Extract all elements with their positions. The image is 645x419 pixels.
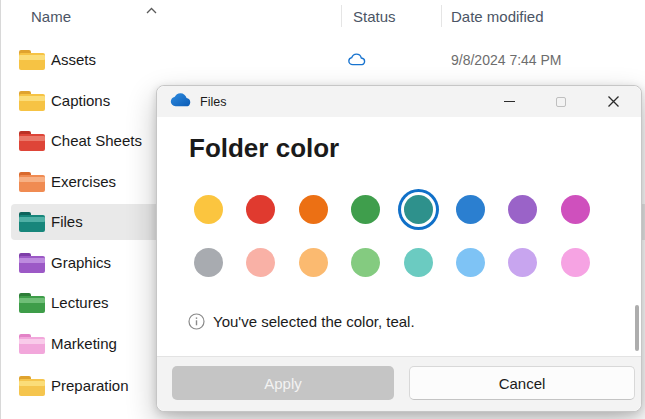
date-modified-value: 9/8/2024 7:44 PM	[451, 52, 562, 68]
color-swatch-light-green[interactable]	[351, 248, 380, 277]
folder-name: Exercises	[51, 173, 116, 190]
maximize-icon	[556, 97, 566, 107]
folder-icon	[19, 212, 45, 232]
color-swatch-blue[interactable]	[456, 195, 485, 224]
folder-color-dialog: Files Folder color You've selected the c…	[156, 85, 642, 412]
maximize-button	[539, 86, 583, 117]
dialog-title: Files	[200, 95, 226, 109]
column-header-name[interactable]: Name	[31, 8, 71, 25]
apply-button[interactable]: Apply	[172, 366, 394, 400]
file-row-assets[interactable]: Assets 9/8/2024 7:44 PM	[1, 40, 645, 81]
color-swatch-red[interactable]	[246, 195, 275, 224]
folder-name: Cheat Sheets	[51, 132, 142, 149]
color-swatch-green[interactable]	[351, 195, 380, 224]
cancel-button[interactable]: Cancel	[409, 366, 635, 400]
folder-icon	[19, 91, 45, 111]
info-icon	[188, 313, 205, 330]
folder-icon	[19, 253, 45, 273]
color-swatch-light-teal[interactable]	[404, 248, 433, 277]
color-swatch-orange[interactable]	[299, 195, 328, 224]
color-swatch-light-blue[interactable]	[456, 248, 485, 277]
dialog-footer: Apply Cancel	[157, 356, 641, 411]
column-header-date-modified[interactable]: Date modified	[451, 8, 544, 25]
folder-icon	[19, 131, 45, 151]
color-row-2	[194, 248, 590, 277]
folder-icon	[19, 334, 45, 354]
color-swatch-gray[interactable]	[194, 248, 223, 277]
color-swatch-peach[interactable]	[299, 248, 328, 277]
folder-name: Files	[51, 213, 83, 230]
color-swatch-purple[interactable]	[508, 195, 537, 224]
folder-icon	[19, 293, 45, 313]
files-app-cloud-icon	[170, 93, 192, 111]
folder-icon	[19, 376, 45, 396]
column-header-status[interactable]: Status	[353, 8, 396, 25]
file-explorer-window: Name Status Date modified Assets 9/8/202…	[0, 0, 645, 419]
color-swatch-magenta[interactable]	[561, 195, 590, 224]
color-swatch-lavender[interactable]	[508, 248, 537, 277]
cloud-status-icon	[348, 52, 366, 70]
color-swatch-salmon[interactable]	[246, 248, 275, 277]
sort-ascending-icon[interactable]	[145, 1, 158, 19]
close-icon	[607, 95, 620, 108]
folder-name: Captions	[51, 92, 110, 109]
selection-info-row: You've selected the color, teal.	[188, 313, 415, 330]
color-row-1	[194, 195, 590, 224]
color-swatch-teal[interactable]	[404, 195, 433, 224]
folder-name: Marketing	[51, 335, 117, 352]
folder-name: Graphics	[51, 254, 111, 271]
folder-icon	[19, 50, 45, 70]
dialog-heading: Folder color	[189, 133, 339, 164]
selection-info-text: You've selected the color, teal.	[213, 313, 415, 330]
folder-icon	[19, 172, 45, 192]
minimize-icon	[504, 101, 515, 103]
color-swatch-pink[interactable]	[561, 248, 590, 277]
close-button[interactable]	[591, 86, 635, 117]
column-divider[interactable]	[341, 5, 342, 27]
folder-name: Lectures	[51, 294, 109, 311]
folder-name: Assets	[51, 51, 96, 68]
folder-name: Preparation	[51, 377, 129, 394]
column-divider[interactable]	[441, 5, 442, 27]
color-swatch-yellow[interactable]	[194, 195, 223, 224]
dialog-content: Folder color You've selected the color, …	[157, 117, 641, 356]
dialog-scrollbar-thumb[interactable]	[635, 305, 639, 351]
minimize-button[interactable]	[487, 86, 531, 117]
